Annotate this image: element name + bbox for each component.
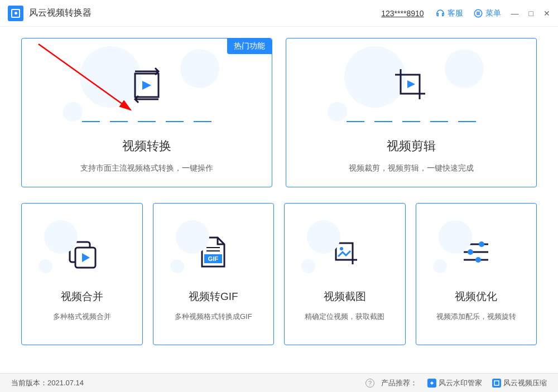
version-label: 当前版本： [11, 378, 47, 388]
svg-rect-20 [494, 381, 499, 385]
recommend-compress[interactable]: 风云视频压缩 [492, 378, 547, 388]
version-value: 2021.07.14 [47, 379, 84, 387]
recommend-watermark[interactable]: 风云水印管家 [427, 378, 482, 388]
minimize-button[interactable]: — [511, 9, 519, 18]
svg-point-16 [468, 249, 473, 255]
card-subtitle: 精确定位视频，获取截图 [305, 312, 384, 322]
card-subtitle: 支持市面主流视频格式转换，一键操作 [80, 163, 213, 173]
card-subtitle: 视频裁剪，视频剪辑，一键快速完成 [349, 163, 474, 173]
window-controls: — □ ✕ [511, 9, 550, 18]
convert-icon [127, 66, 166, 105]
svg-point-18 [475, 257, 481, 263]
app-title: 风云视频转换器 [29, 7, 92, 19]
svg-point-14 [479, 241, 484, 247]
card-title: 视频剪辑 [387, 138, 436, 154]
card-title: 视频优化 [455, 289, 497, 304]
maximize-button[interactable]: □ [529, 9, 533, 18]
recommend-label: 产品推荐： [381, 378, 417, 388]
headset-icon [435, 8, 445, 18]
card-video-merge[interactable]: 视频合并 多种格式视频合并 [21, 203, 143, 345]
main-content: 热门功能 视频转换 支持市面主流视频格式转换，一键操作 视频剪辑 视频裁剪，视频… [0, 27, 558, 351]
divider [347, 121, 476, 122]
card-title: 视频截图 [324, 289, 366, 304]
card-video-gif[interactable]: GIF 视频转GIF 多种视频格式转换成GIF [153, 203, 275, 345]
app-logo [8, 6, 23, 21]
crop-icon [392, 66, 431, 105]
card-subtitle: 多种视频格式转换成GIF [175, 312, 252, 322]
titlebar: 风云视频转换器 123****8910 客服 菜单 — □ ✕ [0, 0, 558, 27]
app-badge-icon [492, 379, 501, 388]
card-video-screenshot[interactable]: 视频截图 精确定位视频，获取截图 [284, 203, 406, 345]
help-icon[interactable]: ? [365, 379, 374, 388]
support-button[interactable]: 客服 [435, 8, 463, 18]
card-title: 视频转GIF [189, 289, 238, 304]
app-badge-icon [427, 379, 436, 388]
card-video-optimize[interactable]: 视频优化 视频添加配乐，视频旋转 [416, 203, 537, 345]
divider [82, 121, 211, 122]
menu-icon [473, 8, 483, 18]
card-subtitle: 视频添加配乐，视频旋转 [436, 312, 516, 322]
svg-text:GIF: GIF [208, 255, 219, 262]
card-video-convert[interactable]: 热门功能 视频转换 支持市面主流视频格式转换，一键操作 [21, 38, 272, 187]
account-id[interactable]: 123****8910 [381, 9, 424, 18]
card-title: 视频转换 [122, 138, 171, 154]
menu-button[interactable]: 菜单 [473, 8, 501, 18]
svg-point-12 [340, 247, 343, 250]
card-subtitle: 多种格式视频合并 [53, 312, 111, 322]
card-video-edit[interactable]: 视频剪辑 视频裁剪，视频剪辑，一键快速完成 [286, 38, 537, 187]
card-title: 视频合并 [61, 289, 103, 304]
statusbar: 当前版本： 2021.07.14 ? 产品推荐： 风云水印管家 风云视频压缩 [0, 373, 558, 392]
close-button[interactable]: ✕ [543, 9, 550, 18]
